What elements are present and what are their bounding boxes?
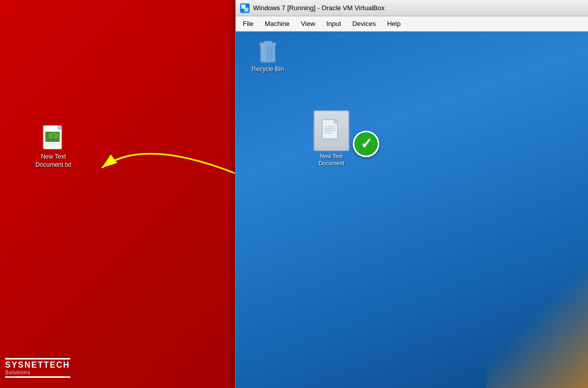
host-doc-icon-svg [41, 125, 66, 153]
host-desktop-icon[interactable]: New Text Document.txt [31, 125, 76, 169]
menu-file[interactable]: File [238, 18, 259, 29]
recycle-bin-icon[interactable]: Recycle Bin [250, 38, 286, 73]
menu-input[interactable]: Input [321, 18, 346, 29]
guest-desktop: Recycle Bin New Text Document [236, 32, 588, 388]
svg-rect-12 [244, 8, 248, 12]
vm-doc-label: New Text Document [319, 153, 344, 167]
vbox-menubar: File Machine View Input Devices Help [236, 16, 588, 32]
sysnettech-logo: SYSNETTECH Solutions [5, 357, 70, 379]
recycle-bin-label: Recycle Bin [251, 66, 284, 73]
menu-machine[interactable]: Machine [260, 18, 295, 29]
logo-bar-bottom [5, 376, 70, 378]
vbox-window: Windows 7 [Running] - Oracle VM VirtualB… [235, 0, 588, 388]
svg-rect-15 [264, 41, 272, 43]
svg-rect-2 [58, 126, 62, 130]
svg-rect-22 [333, 120, 338, 124]
vbox-title-icon [240, 3, 250, 13]
vm-doc-icon-box [314, 110, 349, 151]
logo-sub-text: Solutions [5, 370, 70, 375]
svg-marker-21 [333, 120, 338, 124]
checkmark-badge [353, 131, 379, 157]
menu-view[interactable]: View [296, 18, 320, 29]
vbox-titlebar: Windows 7 [Running] - Oracle VM VirtualB… [236, 0, 588, 16]
svg-rect-20 [322, 120, 338, 139]
vm-doc-icon[interactable]: New Text Document [311, 110, 352, 167]
svg-rect-19 [262, 45, 266, 61]
logo-bar-top [5, 358, 70, 360]
logo-main-text: SYSNETTECH [5, 361, 70, 370]
recycle-bin-svg [256, 38, 280, 64]
menu-help[interactable]: Help [382, 18, 406, 29]
vbox-title-text: Windows 7 [Running] - Oracle VM VirtualB… [253, 4, 384, 12]
host-icon-label: New Text Document.txt [36, 153, 72, 169]
vm-doc-icon-svg [321, 118, 342, 143]
menu-devices[interactable]: Devices [347, 18, 381, 29]
